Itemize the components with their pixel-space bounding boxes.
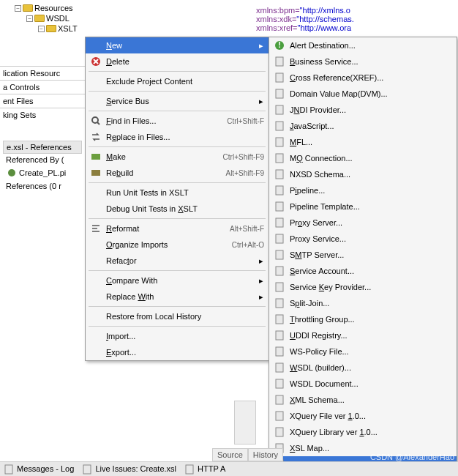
menu-item-service-bus[interactable]: Service Bus▸ <box>86 93 269 109</box>
menu-item-service-key-provider[interactable]: Service Key Provider... <box>269 279 457 295</box>
svg-rect-15 <box>276 186 283 195</box>
context-menu[interactable]: New▸DeleteExclude Project ContentService… <box>85 37 269 361</box>
sidebar-item[interactable]: king Sets <box>0 108 85 122</box>
menu-item-replace-with[interactable]: Replace With▸ <box>86 289 269 305</box>
status-item[interactable]: HTTP A <box>184 464 225 475</box>
pipe-icon <box>274 185 285 196</box>
menu-item-find-in-files[interactable]: Find in Files...Ctrl+Shift-F <box>86 113 269 129</box>
menu-item-business-service[interactable]: Business Service... <box>269 53 457 70</box>
collapse-icon[interactable]: − <box>38 26 45 32</box>
menu-item-make[interactable]: MakeCtrl+Shift-F9 <box>86 149 269 165</box>
menu-item-reformat[interactable]: ReformatAlt+Shift-F <box>86 220 269 237</box>
svg-rect-7 <box>276 57 283 66</box>
pserv-icon <box>274 217 285 228</box>
code-editor-bg: xmlns:bpm="http://xmlns.oxmlns:xdk="http… <box>253 0 458 38</box>
svg-rect-12 <box>276 138 283 146</box>
menu-item-throttling-group[interactable]: Throttling Group... <box>269 311 457 327</box>
menu-label: Delete <box>106 57 264 66</box>
menu-item-new[interactable]: New▸ <box>86 37 269 53</box>
menu-item-cross-reference-xref[interactable]: Cross Reference(XREF)... <box>269 70 457 86</box>
editor-tabs[interactable]: SourceHistory <box>212 450 283 459</box>
folder-icon <box>46 25 56 32</box>
menu-item-alert-destination[interactable]: !Alert Destination... <box>269 37 457 53</box>
menu-item-smtp-server[interactable]: SMTP Server... <box>269 247 457 263</box>
menu-item-import[interactable]: Import... <box>86 328 269 344</box>
menu-item-xml-schema[interactable]: XML Schema... <box>269 392 457 408</box>
menu-item-compare-with[interactable]: Compare With▸ <box>86 272 269 289</box>
menu-item-rebuild[interactable]: RebuildAlt+Shift-F9 <box>86 165 269 181</box>
collapse-icon[interactable]: − <box>15 5 21 12</box>
menu-item-wsdl-builder[interactable]: WSDL (builder)... <box>269 360 457 376</box>
tab-history[interactable]: History <box>248 448 283 461</box>
menu-item-wsdl-document[interactable]: WSDL Document... <box>269 376 457 392</box>
menu-item-xquery-file-ver-1-0[interactable]: XQuery File ver 1.0... <box>269 408 457 424</box>
new-submenu[interactable]: !Alert Destination...Business Service...… <box>269 37 457 473</box>
svg-rect-35 <box>186 465 193 474</box>
menu-label: Export... <box>106 348 264 357</box>
menu-item-debug-unit-tests-in-xslt[interactable]: Debug Unit Tests in XSLT <box>86 201 269 217</box>
menu-item-restore-from-local-history[interactable]: Restore from Local History <box>86 308 269 324</box>
menu-item-refactor[interactable]: Refactor▸ <box>86 253 269 269</box>
svg-rect-9 <box>276 89 283 98</box>
menu-item-mq-connection[interactable]: MQ Connection... <box>269 150 457 166</box>
svg-rect-33 <box>5 465 12 474</box>
ref-line[interactable]: Create_PL.pi <box>3 166 82 180</box>
menu-label: Restore from Local History <box>106 312 264 321</box>
status-item[interactable]: Messages - Log <box>3 464 74 475</box>
submenu-arrow-icon: ▸ <box>258 97 264 106</box>
menu-item-domain-value-map-dvm[interactable]: Domain Value Map(DVM)... <box>269 86 457 102</box>
menu-item-exclude-project-content[interactable]: Exclude Project Content <box>86 73 269 89</box>
blank-icon <box>90 255 102 267</box>
menu-item-uddi-registry[interactable]: UDDI Registry... <box>269 327 457 343</box>
svg-rect-20 <box>276 267 283 275</box>
menu-item-pipeline-template[interactable]: Pipeline Template... <box>269 198 457 215</box>
sidebar-item[interactable]: ent Files <box>0 94 85 108</box>
menu-item-proxy-service[interactable]: Proxy Service... <box>269 231 457 247</box>
tree-label: Resources <box>34 4 73 12</box>
sidebar-item[interactable]: lication Resourc <box>0 66 85 80</box>
submenu-arrow-icon: ▸ <box>258 276 264 286</box>
separator <box>89 306 266 307</box>
menu-item-nxsd-schema[interactable]: NXSD Schema... <box>269 166 457 182</box>
menu-label: Throttling Group... <box>290 315 452 324</box>
tab-source[interactable]: Source <box>212 448 248 461</box>
project-tree[interactable]: −Resources −WSDL −XSLT <box>0 0 132 37</box>
ref-line[interactable]: Referenced By ( <box>3 154 82 166</box>
menu-item-mfl[interactable]: MFL... <box>269 134 457 150</box>
menu-item-pipeline[interactable]: Pipeline... <box>269 182 457 198</box>
xmls-icon <box>274 394 285 406</box>
sidebar-item[interactable]: a Controls <box>0 80 85 94</box>
menu-item-service-account[interactable]: Service Account... <box>269 263 457 279</box>
collapse-icon[interactable]: − <box>26 15 33 22</box>
menu-item-replace-in-files[interactable]: Replace in Files... <box>86 129 269 145</box>
menu-item-export[interactable]: Export... <box>86 344 269 360</box>
menu-item-xquery-library-ver-1-0[interactable]: XQuery Library ver 1.0... <box>269 424 457 440</box>
menu-item-organize-imports[interactable]: Organize ImportsCtrl+Alt-O <box>86 237 269 253</box>
ref-line[interactable]: References (0 r <box>3 180 82 192</box>
menu-label: JavaScript... <box>290 122 452 130</box>
svg-rect-19 <box>276 250 283 259</box>
menu-item-run-unit-tests-in-xslt[interactable]: Run Unit Tests in XSLT <box>86 185 269 201</box>
folder-icon <box>34 15 45 22</box>
menu-label: Replace With <box>106 292 254 301</box>
menu-label: Replace in Files... <box>106 133 264 141</box>
menu-item-jndi-provider[interactable]: JNDI Provider... <box>269 102 457 118</box>
menu-label: Service Account... <box>290 267 452 275</box>
wspol-icon <box>274 346 285 357</box>
submenu-arrow-icon: ▸ <box>258 292 264 302</box>
menu-item-delete[interactable]: Delete <box>86 53 269 70</box>
status-item[interactable]: Live Issues: Create.xsl <box>81 464 176 475</box>
menu-item-ws-policy-file[interactable]: WS-Policy File... <box>269 343 457 360</box>
svg-rect-30 <box>276 428 283 436</box>
gear-icon <box>6 167 18 179</box>
xql-icon <box>274 426 285 438</box>
menu-item-split-join[interactable]: Split-Join... <box>269 295 457 311</box>
ruler-widget[interactable] <box>234 401 256 445</box>
pipet-icon <box>274 201 285 212</box>
menu-item-javascript[interactable]: JavaScript... <box>269 118 457 134</box>
svg-text:!: ! <box>278 40 281 49</box>
mfl-icon <box>274 136 285 148</box>
menu-item-proxy-server[interactable]: Proxy Server... <box>269 215 457 231</box>
sacc-icon <box>274 265 285 277</box>
shortcut: Ctrl+Shift-F9 <box>223 153 264 161</box>
